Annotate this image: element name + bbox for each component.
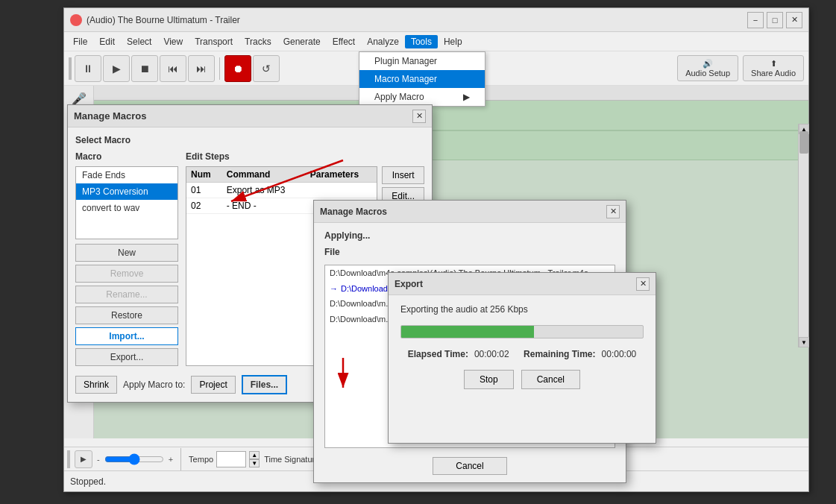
tempo-group: Tempo 120 ▲ ▼ xyxy=(189,451,260,467)
macro-manager-item[interactable]: Macro Manager xyxy=(359,70,485,88)
menu-transport[interactable]: Transport xyxy=(189,35,239,48)
title-bar: (Audio) The Bourne Ultimatum - Trailer −… xyxy=(64,8,808,32)
applying-close-button[interactable]: ✕ xyxy=(606,205,620,218)
stop-button[interactable]: ⏹ xyxy=(131,55,158,82)
pause-button[interactable]: ⏸ xyxy=(75,55,101,82)
menu-generate[interactable]: Generate xyxy=(277,35,327,48)
elapsed-label: Elapsed Time: xyxy=(408,349,468,359)
shrink-button[interactable]: Shrink xyxy=(75,376,117,394)
step-params-1 xyxy=(306,183,377,198)
tempo-label: Tempo xyxy=(189,455,213,464)
project-button[interactable]: Project xyxy=(191,376,235,394)
share-audio-icon: ⬆ xyxy=(770,59,777,69)
scroll-down-button[interactable]: ▼ xyxy=(799,337,808,347)
menu-select[interactable]: Select xyxy=(121,35,157,48)
time-sig-label: Time Signature xyxy=(264,455,319,464)
manage-macros-close-button[interactable]: ✕ xyxy=(412,110,426,123)
menu-tools[interactable]: Tools xyxy=(405,35,438,48)
audio-setup-label: Audio Setup xyxy=(685,69,730,78)
export-description: Exporting the audio at 256 Kbps xyxy=(400,304,644,315)
stop-export-button[interactable]: Stop xyxy=(464,370,514,389)
macro-list-panel: Macro Fade Ends MP3 Conversion convert t… xyxy=(75,151,178,366)
tempo-input[interactable]: 120 xyxy=(216,451,246,467)
status-text: Stopped. xyxy=(70,476,106,487)
export-close-button[interactable]: ✕ xyxy=(636,277,650,291)
maximize-button[interactable]: □ xyxy=(767,12,783,28)
export-macro-button[interactable]: Export... xyxy=(75,348,178,366)
scroll-thumb[interactable] xyxy=(799,131,808,154)
col-num: Num xyxy=(186,167,222,183)
menu-tracks[interactable]: Tracks xyxy=(239,35,277,48)
apply-macro-label: Apply Macro xyxy=(374,92,424,102)
step-cmd-1: Export as MP3 xyxy=(222,183,306,198)
audio-setup-button[interactable]: 🔊 Audio Setup xyxy=(677,55,738,81)
playback-range-end: + xyxy=(169,455,173,464)
import-macro-button[interactable]: Import... xyxy=(75,327,178,345)
toolbar-drag-handle xyxy=(69,57,72,80)
app-icon xyxy=(70,14,82,26)
bottom-sep xyxy=(180,448,181,470)
window-controls: − □ ✕ xyxy=(747,12,802,28)
applying-label: Applying... xyxy=(324,230,615,241)
restore-macro-button[interactable]: Restore xyxy=(75,306,178,324)
minimize-button[interactable]: − xyxy=(747,12,764,28)
macro-action-buttons: New Remove Rename... Restore Import... E… xyxy=(75,244,178,366)
remaining-label: Remaining Time: xyxy=(524,349,595,359)
tempo-up-button[interactable]: ▲ xyxy=(249,451,260,459)
select-macro-label: Select Macro xyxy=(75,135,424,145)
export-buttons: Stop Cancel xyxy=(400,370,644,389)
close-button[interactable]: ✕ xyxy=(786,12,802,28)
skip-start-button[interactable]: ⏮ xyxy=(160,55,186,82)
transport-right: 🔊 Audio Setup ⬆ Share Audio xyxy=(677,55,804,81)
skip-end-button[interactable]: ⏭ xyxy=(188,55,215,82)
step-cmd-2: - END - xyxy=(222,198,306,214)
record-button[interactable]: ⏺ xyxy=(224,55,251,82)
remaining-time-item: Remaining Time: 00:00:00 xyxy=(524,349,636,359)
insert-step-button[interactable]: Insert xyxy=(382,166,424,184)
files-button[interactable]: Files... xyxy=(242,375,287,394)
cancel-export-button[interactable]: Cancel xyxy=(521,370,580,389)
plugin-manager-item[interactable]: Plugin Manager xyxy=(359,52,485,70)
elapsed-time-item: Elapsed Time: 00:00:02 xyxy=(408,349,509,359)
edit-steps-header: Edit Steps xyxy=(186,151,424,162)
loop-button[interactable]: ↺ xyxy=(253,55,280,82)
applying-dialog-title: Manage Macros xyxy=(320,207,387,217)
menu-view[interactable]: View xyxy=(157,35,189,48)
col-params: Parameters xyxy=(306,167,377,183)
tempo-down-button[interactable]: ▼ xyxy=(249,459,260,467)
applying-cancel-button[interactable]: Cancel xyxy=(433,457,506,475)
step-num-1: 01 xyxy=(186,183,222,198)
toolbar-sep-1 xyxy=(219,57,220,80)
manage-macros-title: Manage Macros xyxy=(74,110,147,122)
new-macro-button[interactable]: New xyxy=(75,244,178,262)
play-small-button[interactable]: ▶ xyxy=(75,450,92,468)
share-audio-button[interactable]: ⬆ Share Audio xyxy=(743,55,804,81)
remove-macro-button[interactable]: Remove xyxy=(75,265,178,283)
menu-help[interactable]: Help xyxy=(438,35,468,48)
step-row-1[interactable]: 01 Export as MP3 xyxy=(186,183,377,198)
macro-item-convert-to-wav[interactable]: convert to wav xyxy=(76,200,177,216)
scroll-indicator: ▲ ▼ xyxy=(798,124,808,347)
macro-item-mp3-conversion[interactable]: MP3 Conversion xyxy=(76,183,177,200)
tempo-stepper: ▲ ▼ xyxy=(249,451,260,467)
audio-setup-icon: 🔊 xyxy=(703,59,713,69)
export-content: Exporting the audio at 256 Kbps Elapsed … xyxy=(389,295,656,398)
playback-range-slider[interactable] xyxy=(104,453,164,465)
rename-macro-button[interactable]: Rename... xyxy=(75,286,178,303)
apply-macro-to-label: Apply Macro to: xyxy=(123,379,185,390)
menu-analyze[interactable]: Analyze xyxy=(361,35,405,48)
apply-macro-item[interactable]: Apply Macro ▶ xyxy=(359,88,485,106)
step-num-2: 02 xyxy=(186,198,222,214)
title-bar-left: (Audio) The Bourne Ultimatum - Trailer xyxy=(70,14,240,26)
menu-file[interactable]: File xyxy=(67,35,93,48)
manage-macros-title-bar: Manage Macros ✕ xyxy=(68,105,432,127)
remaining-value: 00:00:00 xyxy=(602,349,637,359)
menu-effect[interactable]: Effect xyxy=(327,35,361,48)
bottom-drag-handle xyxy=(67,450,70,468)
window-title: (Audio) The Bourne Ultimatum - Trailer xyxy=(87,15,240,25)
tools-dropdown-menu: Plugin Manager Macro Manager Apply Macro… xyxy=(359,51,485,107)
share-audio-label: Share Audio xyxy=(751,69,796,78)
macro-item-fade-ends[interactable]: Fade Ends xyxy=(76,167,177,183)
play-button[interactable]: ▶ xyxy=(103,55,130,82)
menu-edit[interactable]: Edit xyxy=(93,35,121,48)
